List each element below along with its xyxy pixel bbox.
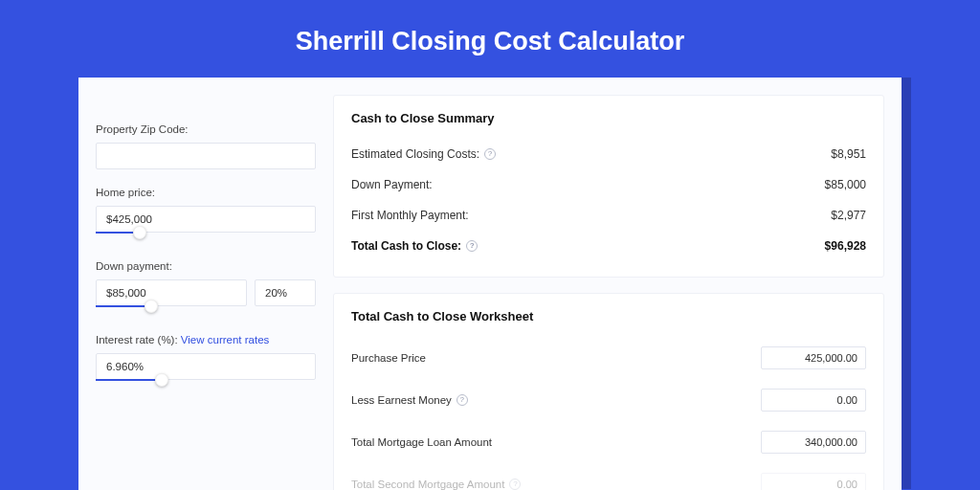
zip-label: Property Zip Code: (96, 123, 316, 135)
summary-row-label: Estimated Closing Costs: (351, 147, 479, 161)
summary-total-value: $96,928 (825, 239, 866, 253)
help-icon[interactable]: ? (509, 479, 521, 490)
worksheet-row-label: Purchase Price (351, 352, 426, 364)
worksheet-heading: Total Cash to Close Worksheet (351, 309, 866, 323)
down-payment-slider[interactable] (96, 305, 316, 321)
summary-total-label: Total Cash to Close: (351, 239, 461, 253)
help-icon[interactable]: ? (457, 394, 468, 406)
worksheet-row: Less Earnest Money ? (351, 379, 866, 421)
page-title: Sherrill Closing Cost Calculator (0, 0, 980, 78)
worksheet-panel: Total Cash to Close Worksheet Purchase P… (333, 293, 884, 490)
view-rates-link[interactable]: View current rates (181, 334, 269, 345)
calculator-card: Property Zip Code: Home price: Down paym… (78, 78, 902, 490)
purchase-price-input[interactable] (761, 346, 866, 369)
mortgage-loan-input[interactable] (761, 431, 866, 454)
down-payment-input[interactable] (96, 279, 247, 306)
interest-rate-slider[interactable] (96, 379, 316, 394)
help-icon[interactable]: ? (466, 240, 478, 252)
summary-heading: Cash to Close Summary (351, 111, 866, 125)
summary-panel: Cash to Close Summary Estimated Closing … (333, 95, 884, 278)
worksheet-row: Total Second Mortgage Amount ? (351, 463, 866, 490)
summary-row-label: First Monthly Payment: (351, 209, 469, 222)
summary-row-value: $2,977 (831, 209, 866, 222)
summary-row-label: Down Payment: (351, 178, 433, 191)
help-icon[interactable]: ? (484, 148, 496, 160)
home-price-input[interactable] (96, 206, 316, 233)
zip-input[interactable] (96, 143, 316, 169)
summary-total-row: Total Cash to Close: ? $96,928 (351, 231, 866, 261)
worksheet-row: Total Mortgage Loan Amount (351, 421, 866, 463)
home-price-label: Home price: (96, 187, 316, 198)
summary-row-value: $8,951 (831, 147, 866, 161)
calculator-card-wrap: Property Zip Code: Home price: Down paym… (78, 78, 902, 490)
second-mortgage-input[interactable] (761, 473, 866, 490)
worksheet-row-label: Total Mortgage Loan Amount (351, 436, 492, 448)
worksheet-row-label: Less Earnest Money (351, 394, 452, 406)
interest-rate-input[interactable] (96, 353, 316, 380)
results-column: Cash to Close Summary Estimated Closing … (333, 95, 884, 490)
inputs-panel: Property Zip Code: Home price: Down paym… (96, 95, 316, 490)
summary-row: Down Payment: $85,000 (351, 169, 866, 200)
summary-row: Estimated Closing Costs: ? $8,951 (351, 139, 866, 169)
earnest-money-input[interactable] (761, 389, 866, 412)
summary-row: First Monthly Payment: $2,977 (351, 200, 866, 231)
down-payment-label: Down payment: (96, 260, 316, 272)
interest-rate-label: Interest rate (%): View current rates (96, 334, 316, 345)
worksheet-row: Purchase Price (351, 337, 866, 379)
home-price-slider[interactable] (96, 232, 316, 247)
worksheet-row-label: Total Second Mortgage Amount (351, 479, 504, 490)
down-payment-pct-input[interactable] (255, 279, 316, 306)
summary-row-value: $85,000 (825, 178, 866, 191)
